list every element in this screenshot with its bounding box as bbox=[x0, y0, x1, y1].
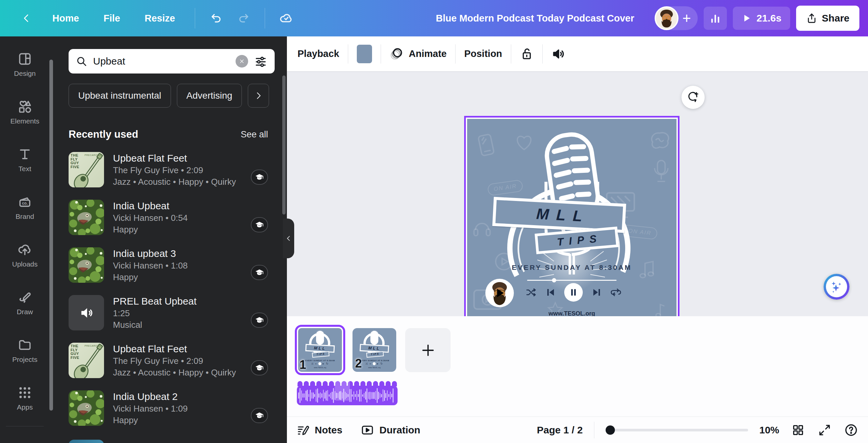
schedule-text[interactable]: EVERY SUNDAY AT 8:30AM bbox=[467, 264, 677, 272]
track-row[interactable]: THE FLY GUY FIVE PRECARIOSO Upbeat Flat … bbox=[69, 343, 268, 378]
menu-home[interactable]: Home bbox=[43, 13, 89, 24]
sidebar-item-design[interactable]: Design bbox=[2, 46, 48, 83]
total-duration: 21.6s bbox=[757, 12, 781, 24]
host-avatar[interactable] bbox=[485, 279, 514, 307]
add-page-button[interactable] bbox=[405, 328, 451, 372]
redo-icon[interactable] bbox=[233, 8, 254, 29]
duration-button[interactable]: Duration bbox=[361, 423, 420, 437]
track-row[interactable]: PREL Beat Upbeat 1:25 Musical bbox=[69, 295, 268, 331]
education-badge[interactable] bbox=[251, 360, 268, 375]
workspace: ON AIR ON AIR bbox=[287, 71, 868, 316]
album-art-dino bbox=[69, 390, 104, 426]
track-meta: Vicki Hansen • 1:08 bbox=[113, 261, 187, 271]
rail-scrollbar[interactable] bbox=[49, 60, 53, 411]
page-thumbnail-1[interactable]: MLL TIPS EVERY SUNDAY AT 8:30AM ⤨ ◂ ▸ ↻ … bbox=[295, 325, 345, 375]
clear-search-icon[interactable] bbox=[236, 55, 248, 68]
playback-button[interactable]: Playback bbox=[298, 48, 339, 59]
sidebar-item-brand[interactable]: co. Brand bbox=[2, 190, 48, 226]
sidebar-item-uploads[interactable]: Uploads bbox=[2, 237, 48, 273]
education-badge[interactable] bbox=[251, 265, 268, 280]
menu-resize[interactable]: Resize bbox=[135, 13, 185, 24]
sidebar-item-apps[interactable]: Apps bbox=[2, 380, 48, 416]
track-tags: Happy bbox=[113, 272, 187, 282]
audio-track-clip[interactable] bbox=[297, 381, 398, 405]
insights-chart-icon[interactable] bbox=[704, 7, 727, 30]
sidebar-item-text[interactable]: Text bbox=[2, 142, 48, 178]
track-tags: Jazz • Acoustic • Happy • Quirky bbox=[113, 368, 236, 378]
sidebar-item-draw[interactable]: Draw bbox=[2, 285, 48, 321]
sidebar-item-projects[interactable]: Projects bbox=[2, 332, 48, 369]
album-art-audio bbox=[69, 295, 104, 331]
track-tags: Musical bbox=[113, 320, 196, 330]
fullscreen-icon[interactable] bbox=[817, 422, 832, 438]
education-badge[interactable] bbox=[251, 217, 268, 232]
partial-next-track bbox=[69, 440, 104, 443]
section-title: Recently used bbox=[69, 129, 138, 140]
panel-collapse-handle[interactable] bbox=[283, 218, 294, 258]
track-row[interactable]: THE FLY GUY FIVE PRECARIOSO Upbeat Flat … bbox=[69, 152, 268, 188]
add-comment-button[interactable] bbox=[681, 86, 705, 109]
see-all-link[interactable]: See all bbox=[241, 130, 268, 140]
shuffle-icon[interactable] bbox=[525, 287, 537, 298]
canvas-area: Playback Animate Position bbox=[287, 36, 868, 443]
animate-button[interactable]: Animate bbox=[390, 47, 446, 61]
previous-icon[interactable] bbox=[546, 287, 556, 297]
back-chevron-icon[interactable] bbox=[16, 8, 37, 29]
animate-rings-icon bbox=[390, 47, 404, 61]
pause-button[interactable] bbox=[564, 283, 583, 302]
grid-view-icon[interactable] bbox=[790, 422, 806, 438]
magic-assistant-button[interactable] bbox=[824, 274, 849, 300]
share-button[interactable]: Share bbox=[796, 6, 859, 31]
notes-button[interactable]: Notes bbox=[297, 424, 342, 436]
menu-file[interactable]: File bbox=[94, 13, 129, 24]
duration-icon bbox=[361, 423, 374, 437]
search-input[interactable] bbox=[93, 56, 229, 67]
education-badge[interactable] bbox=[251, 312, 268, 328]
position-button[interactable]: Position bbox=[464, 48, 502, 59]
design-page[interactable]: ON AIR ON AIR bbox=[467, 119, 677, 329]
play-duration-button[interactable]: 21.6s bbox=[733, 7, 790, 30]
repeat-icon[interactable] bbox=[610, 287, 621, 298]
track-meta: The Fly Guy Five • 2:09 bbox=[113, 356, 236, 366]
divider bbox=[6, 426, 44, 427]
undo-icon[interactable] bbox=[206, 8, 227, 29]
track-title: Upbeat Flat Feet bbox=[113, 343, 236, 354]
chip-upbeat-instrumental[interactable]: Upbeat instrumental bbox=[69, 84, 171, 108]
album-art-guitar: THE FLY GUY FIVE PRECARIOSO bbox=[69, 152, 104, 188]
zoom-slider-thumb[interactable] bbox=[606, 425, 615, 435]
track-row[interactable]: India upbeat 3 Vicki Hansen • 1:08 Happy bbox=[69, 247, 268, 283]
lock-open-icon[interactable] bbox=[520, 47, 534, 61]
next-icon[interactable] bbox=[592, 287, 602, 297]
track-title: Upbeat Flat Feet bbox=[113, 152, 236, 164]
page-thumbnail-2[interactable]: MLL TIPS EVERY SUNDAY AT 8:30AM ⤨ ◂ ▸ ↻ … bbox=[352, 328, 396, 372]
album-art-dino bbox=[69, 247, 104, 283]
track-row[interactable]: India Upbeat Vicki Hansen • 0:54 Happy bbox=[69, 200, 268, 235]
divider bbox=[265, 8, 265, 29]
page-indicator: Page 1 / 2 bbox=[537, 424, 583, 436]
add-member-icon[interactable]: + bbox=[682, 11, 691, 26]
track-row[interactable]: India Upbeat 2 Vicki Hansen • 1:09 Happy bbox=[69, 390, 268, 426]
track-tags: Jazz • Acoustic • Happy • Quirky bbox=[113, 177, 236, 187]
avatar[interactable] bbox=[655, 6, 679, 30]
chip-advertising[interactable]: Advertising bbox=[177, 84, 242, 108]
cloud-saved-icon[interactable] bbox=[276, 8, 297, 29]
sidebar-item-elements[interactable]: Elements bbox=[2, 94, 48, 131]
panel-scrollbar[interactable] bbox=[282, 75, 286, 214]
document-title[interactable]: Blue Modern Podcast Today Podcast Cover bbox=[431, 13, 640, 24]
background-color-swatch[interactable] bbox=[357, 45, 372, 63]
top-bar: Home File Resize Blue Modern Podcast Tod… bbox=[0, 0, 868, 36]
zoom-slider[interactable] bbox=[606, 429, 748, 432]
progress-bar[interactable] bbox=[527, 280, 617, 281]
share-label: Share bbox=[822, 12, 849, 24]
plus-icon bbox=[421, 343, 436, 358]
filter-icon[interactable] bbox=[254, 55, 267, 68]
education-badge[interactable] bbox=[251, 170, 268, 185]
track-meta: The Fly Guy Five • 2:09 bbox=[113, 165, 236, 175]
chips-scroll-right[interactable] bbox=[248, 84, 269, 108]
team-pill: + bbox=[655, 6, 698, 30]
share-icon bbox=[806, 12, 817, 24]
notes-icon bbox=[297, 424, 309, 436]
audio-volume-icon[interactable] bbox=[551, 47, 566, 61]
help-icon[interactable] bbox=[843, 422, 859, 438]
education-badge[interactable] bbox=[251, 408, 268, 423]
